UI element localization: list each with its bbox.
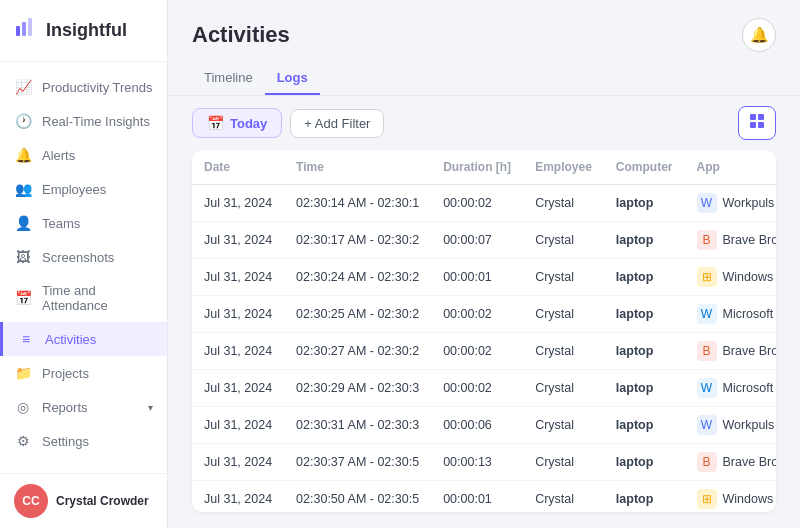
cell-duration: 00:00:13 [431,444,523,481]
cell-app: W Microsoft [685,370,777,407]
sidebar-item-employees[interactable]: 👥 Employees [0,172,167,206]
cell-time: 02:30:17 AM - 02:30:2 [284,222,431,259]
col-header-app: App [685,150,777,185]
table-row: Jul 31, 2024 02:30:37 AM - 02:30:5 00:00… [192,444,776,481]
cell-date: Jul 31, 2024 [192,370,284,407]
today-button[interactable]: 📅 Today [192,108,282,138]
time-and-attendance-icon: 📅 [14,290,32,306]
cell-date: Jul 31, 2024 [192,407,284,444]
sidebar-item-activities[interactable]: ≡ Activities [0,322,167,356]
employees-icon: 👥 [14,181,32,197]
cell-app: ⊞ Windows [685,481,777,513]
tab-logs[interactable]: Logs [265,62,320,95]
col-header-duration--h-: Duration [h] [431,150,523,185]
app-icon: ⊞ [697,267,717,287]
cell-duration: 00:00:01 [431,259,523,296]
calendar-icon: 📅 [207,115,224,131]
svg-rect-6 [758,122,764,128]
app-name: Brave Bro [723,455,777,469]
toolbar: 📅 Today + Add Filter [168,96,800,150]
activities-table: DateTimeDuration [h]EmployeeComputerApp … [192,150,776,512]
sidebar-item-label: Productivity Trends [42,80,153,95]
sidebar-item-productivity-trends[interactable]: 📈 Productivity Trends [0,70,167,104]
cell-computer: laptop [604,333,685,370]
cell-employee: Crystal [523,481,604,513]
reports-icon: ◎ [14,399,32,415]
cell-computer: laptop [604,222,685,259]
add-filter-button[interactable]: + Add Filter [290,109,384,138]
page-title: Activities [192,22,290,48]
cell-app: W Microsoft [685,296,777,333]
app-name: Microsoft [723,307,774,321]
svg-rect-1 [22,22,26,36]
cell-time: 02:30:37 AM - 02:30:5 [284,444,431,481]
cell-duration: 00:00:06 [431,407,523,444]
cell-app: B Brave Bro [685,444,777,481]
sidebar-item-screenshots[interactable]: 🖼 Screenshots [0,240,167,274]
alerts-icon: 🔔 [14,147,32,163]
user-name: Crystal Crowder [56,494,149,508]
tab-timeline[interactable]: Timeline [192,62,265,95]
today-label: Today [230,116,267,131]
avatar: CC [14,484,48,518]
sidebar-item-projects[interactable]: 📁 Projects [0,356,167,390]
cell-date: Jul 31, 2024 [192,481,284,513]
table-row: Jul 31, 2024 02:30:50 AM - 02:30:5 00:00… [192,481,776,513]
app-icon: W [697,304,717,324]
cell-app: ⊞ Windows [685,259,777,296]
cell-time: 02:30:14 AM - 02:30:1 [284,185,431,222]
table-body: Jul 31, 2024 02:30:14 AM - 02:30:1 00:00… [192,185,776,513]
table-row: Jul 31, 2024 02:30:27 AM - 02:30:2 00:00… [192,333,776,370]
sidebar-item-label: Activities [45,332,153,347]
chevron-icon: ▾ [148,402,153,413]
sidebar-item-label: Projects [42,366,153,381]
app-icon: W [697,193,717,213]
activities-icon: ≡ [17,331,35,347]
sidebar-item-time-and-attendance[interactable]: 📅 Time and Attendance [0,274,167,322]
cell-date: Jul 31, 2024 [192,259,284,296]
sidebar-item-reports[interactable]: ◎ Reports ▾ [0,390,167,424]
col-header-time: Time [284,150,431,185]
app-name: Workpuls [723,418,775,432]
real-time-insights-icon: 🕐 [14,113,32,129]
app-name: Brave Bro [723,344,777,358]
cell-duration: 00:00:02 [431,185,523,222]
cell-duration: 00:00:01 [431,481,523,513]
sidebar-item-label: Time and Attendance [42,283,153,313]
projects-icon: 📁 [14,365,32,381]
cell-computer: laptop [604,296,685,333]
sidebar-item-label: Teams [42,216,153,231]
cell-computer: laptop [604,259,685,296]
cell-app: W Workpuls [685,407,777,444]
cell-time: 02:30:29 AM - 02:30:3 [284,370,431,407]
app-name: Insightful [46,20,127,41]
col-header-employee: Employee [523,150,604,185]
cell-employee: Crystal [523,444,604,481]
app-name: Workpuls [723,196,775,210]
teams-icon: 👤 [14,215,32,231]
cell-computer: laptop [604,444,685,481]
sidebar-item-teams[interactable]: 👤 Teams [0,206,167,240]
sidebar-item-label: Reports [42,400,138,415]
table-row: Jul 31, 2024 02:30:17 AM - 02:30:2 00:00… [192,222,776,259]
cell-date: Jul 31, 2024 [192,222,284,259]
sidebar-item-settings[interactable]: ⚙ Settings [0,424,167,458]
app-icon: B [697,230,717,250]
grid-view-button[interactable] [738,106,776,140]
cell-employee: Crystal [523,370,604,407]
cell-computer: laptop [604,185,685,222]
sidebar-item-alerts[interactable]: 🔔 Alerts [0,138,167,172]
tab-bar: TimelineLogs [168,62,800,96]
cell-employee: Crystal [523,407,604,444]
notifications-button[interactable]: 🔔 [742,18,776,52]
cell-computer: laptop [604,407,685,444]
svg-rect-3 [750,114,756,120]
logo-icon [14,16,38,45]
sidebar-item-real-time-insights[interactable]: 🕐 Real-Time Insights [0,104,167,138]
table-row: Jul 31, 2024 02:30:25 AM - 02:30:2 00:00… [192,296,776,333]
cell-time: 02:30:50 AM - 02:30:5 [284,481,431,513]
cell-employee: Crystal [523,333,604,370]
sidebar: Insightful 📈 Productivity Trends 🕐 Real-… [0,0,168,528]
sidebar-footer: CC Crystal Crowder [0,473,167,528]
cell-employee: Crystal [523,259,604,296]
